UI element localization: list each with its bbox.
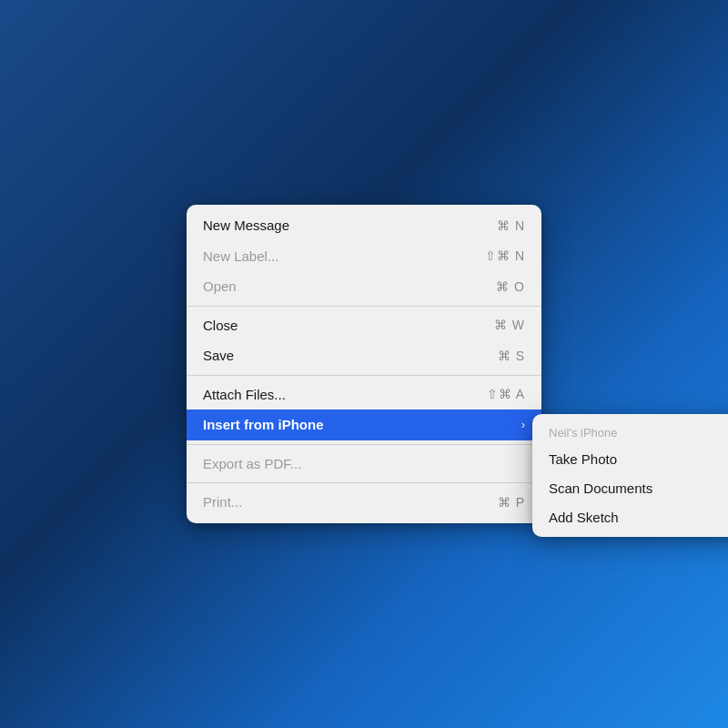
submenu-item-take-photo[interactable]: Take Photo — [532, 444, 728, 473]
menu-item-new-label-label: New Label... — [203, 248, 278, 266]
menu-item-new-message-label: New Message — [203, 217, 289, 235]
menu-item-new-message[interactable]: New Message ⌘ N — [187, 210, 541, 241]
menu-item-attach-files-label: Attach Files... — [203, 386, 286, 404]
separator-2 — [187, 375, 541, 376]
submenu-insert-iphone: Neil's iPhone Take Photo Scan Documents … — [532, 414, 728, 537]
submenu-item-scan-documents-label: Scan Documents — [549, 480, 652, 496]
submenu-item-take-photo-label: Take Photo — [549, 451, 617, 467]
menu-item-export-pdf-label: Export as PDF... — [203, 455, 301, 473]
submenu-arrow-icon: › — [521, 418, 525, 433]
menu-item-close-shortcut: ⌘ W — [494, 317, 525, 333]
menu-item-print-shortcut: ⌘ P — [498, 494, 525, 511]
menu-item-save-label: Save — [203, 347, 234, 365]
menu-item-insert-iphone-label: Insert from iPhone — [203, 416, 324, 434]
menu-item-save-shortcut: ⌘ S — [498, 348, 525, 364]
submenu-item-scan-documents[interactable]: Scan Documents — [532, 473, 728, 502]
menu-item-print: Print... ⌘ P — [187, 487, 541, 518]
submenu-item-add-sketch-label: Add Sketch — [549, 510, 619, 525]
menu-item-new-message-shortcut: ⌘ N — [497, 217, 525, 234]
submenu-item-add-sketch[interactable]: Add Sketch — [532, 502, 728, 531]
menu-container: New Message ⌘ N New Label... ⇧⌘ N Open ⌘… — [187, 205, 541, 523]
separator-3 — [187, 444, 541, 445]
menu-item-close-label: Close — [203, 317, 238, 335]
menu-item-open-shortcut: ⌘ O — [496, 278, 525, 295]
context-menu: New Message ⌘ N New Label... ⇧⌘ N Open ⌘… — [187, 205, 541, 523]
menu-item-attach-files[interactable]: Attach Files... ⇧⌘ A — [187, 379, 541, 410]
menu-item-print-label: Print... — [203, 493, 242, 511]
menu-item-new-label-shortcut: ⇧⌘ N — [485, 248, 525, 264]
submenu-device-name: Neil's iPhone — [532, 420, 728, 444]
menu-item-insert-iphone[interactable]: Insert from iPhone › — [187, 410, 541, 440]
menu-item-open-label: Open — [203, 278, 237, 296]
menu-item-new-label: New Label... ⇧⌘ N — [187, 241, 541, 272]
menu-item-save[interactable]: Save ⌘ S — [187, 340, 541, 371]
separator-1 — [187, 306, 541, 307]
menu-item-attach-files-shortcut: ⇧⌘ A — [487, 386, 525, 402]
menu-item-export-pdf: Export as PDF... — [187, 449, 541, 480]
menu-item-close[interactable]: Close ⌘ W — [187, 310, 541, 341]
menu-item-open: Open ⌘ O — [187, 271, 541, 302]
separator-4 — [187, 482, 541, 483]
